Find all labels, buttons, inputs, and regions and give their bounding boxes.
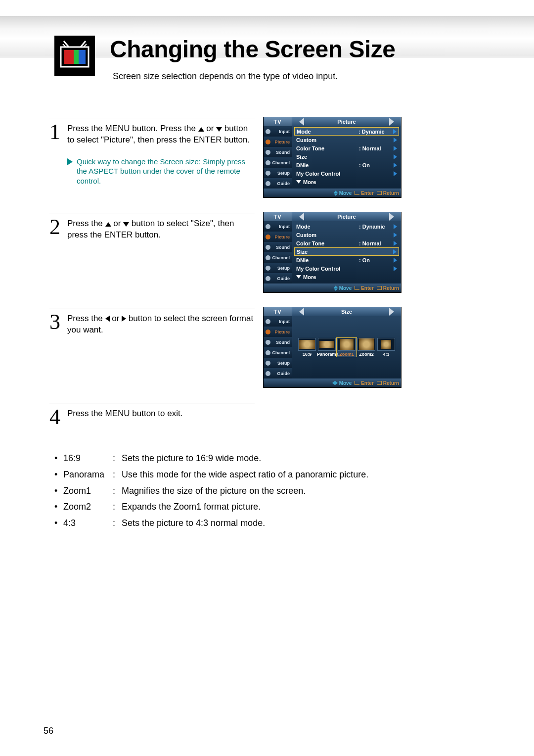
osd-screenshot-1: TV Picture Input Picture Sound Channel S… xyxy=(263,117,401,198)
osd-side-sound: Sound xyxy=(264,147,292,157)
osd-row-colortone: Color Tone: Normal xyxy=(294,144,399,152)
chevron-right-icon xyxy=(394,146,397,151)
bullet-zoom1: •Zoom1:Magnifies the size of the picture… xyxy=(54,484,440,498)
size-option-zoom2: Zoom2 xyxy=(356,338,376,357)
down-triangle-icon xyxy=(296,275,301,279)
osd-row-dnie: DNIe: On xyxy=(294,161,399,169)
osd-side-channel: Channel xyxy=(264,157,292,168)
osd-source-label: TV xyxy=(264,212,292,221)
osd-side-guide: Guide xyxy=(264,368,292,378)
bullet-panorama: •Panorama:Use this mode for the wide asp… xyxy=(54,468,440,482)
tv-icon xyxy=(54,36,95,76)
step-1-tip: Quick way to change the Screen size: Sim… xyxy=(77,157,255,186)
svg-rect-3 xyxy=(79,50,86,64)
chevron-right-icon xyxy=(393,129,397,134)
step-4-number: 4 xyxy=(49,407,67,427)
tip-arrow-icon xyxy=(67,158,73,165)
enter-icon xyxy=(355,381,359,385)
return-icon xyxy=(377,191,382,195)
osd-side-picture: Picture xyxy=(264,327,292,337)
page-number: 56 xyxy=(44,726,53,736)
step-4: 4 Press the MENU button to exit. xyxy=(49,404,255,427)
step-1: 1 Press the MENU button. Press the or bu… xyxy=(49,119,255,186)
down-triangle-icon xyxy=(123,222,129,227)
osd-side-setup: Setup xyxy=(264,263,292,273)
size-option-16-9: 16:9 xyxy=(297,338,317,357)
step-3-number: 3 xyxy=(49,312,67,336)
osd-side-setup: Setup xyxy=(264,358,292,368)
osd-side-sound: Sound xyxy=(264,242,292,252)
step-2-number: 2 xyxy=(49,217,67,241)
chevron-right-icon xyxy=(394,224,397,229)
osd-row-mode: Mode: Dynamic xyxy=(294,127,399,136)
osd-side-channel: Channel xyxy=(264,347,292,358)
osd-side-picture: Picture xyxy=(264,232,292,242)
osd-row-more: More xyxy=(294,178,399,186)
osd-row-size: Size xyxy=(294,247,399,256)
osd-size-options: 16:9 Panorama Zoom1 Zoom2 4:3 xyxy=(292,316,401,378)
bullet-16-9: •16:9:Sets the picture to 16:9 wide mode… xyxy=(54,451,440,466)
osd-sidebar: Input Picture Sound Channel Setup Guide xyxy=(264,221,292,284)
chevron-right-icon xyxy=(394,233,397,237)
osd-side-picture: Picture xyxy=(264,137,292,147)
nav-updown-icon xyxy=(334,190,338,196)
osd-screenshot-2: TV Picture Input Picture Sound Channel S… xyxy=(263,212,401,293)
page-subtitle: Screen size selection depends on the typ… xyxy=(113,71,338,82)
up-triangle-icon xyxy=(198,127,204,132)
osd-row-mode: Mode: Dynamic xyxy=(294,222,399,231)
osd-row-dnie: DNIe: On xyxy=(294,256,399,264)
return-icon xyxy=(377,381,382,385)
osd-side-channel: Channel xyxy=(264,252,292,263)
step-3: 3 Press the or button to select the scre… xyxy=(49,309,255,336)
nav-updown-icon xyxy=(334,285,338,291)
step-4-text: Press the MENU button to exit. xyxy=(67,407,182,427)
chevron-right-icon xyxy=(394,163,397,168)
step-2-text: Press the or button to select "Size", th… xyxy=(67,217,255,241)
down-triangle-icon xyxy=(216,127,222,132)
step-1-number: 1 xyxy=(49,122,67,146)
osd-row-mycolor: My Color Control xyxy=(294,264,399,273)
osd-sidebar: Input Picture Sound Channel Setup Guide xyxy=(264,316,292,378)
enter-icon xyxy=(355,286,359,290)
step-1-text: Press the MENU button. Press the or butt… xyxy=(67,122,255,146)
left-triangle-icon xyxy=(105,316,110,322)
osd-title: Picture xyxy=(337,119,356,125)
chevron-right-icon xyxy=(394,241,397,246)
osd-row-custom: Custom xyxy=(294,136,399,144)
osd-side-guide: Guide xyxy=(264,273,292,284)
osd-source-label: TV xyxy=(264,307,292,316)
osd-sidebar: Input Picture Sound Channel Setup Guide xyxy=(264,126,292,189)
chevron-right-icon xyxy=(394,266,397,271)
down-triangle-icon xyxy=(296,180,301,184)
enter-icon xyxy=(355,191,359,195)
osd-row-mycolor: My Color Control xyxy=(294,169,399,178)
size-descriptions: •16:9:Sets the picture to 16:9 wide mode… xyxy=(54,451,440,532)
step-3-text: Press the or button to select the screen… xyxy=(67,312,255,336)
osd-row-size: Size xyxy=(294,152,399,161)
size-option-4-3: 4:3 xyxy=(376,338,396,357)
svg-rect-2 xyxy=(74,50,79,64)
osd-row-custom: Custom xyxy=(294,231,399,239)
osd-side-input: Input xyxy=(264,221,292,232)
osd-side-input: Input xyxy=(264,126,292,137)
osd-title: Picture xyxy=(337,214,356,220)
osd-side-input: Input xyxy=(264,316,292,327)
up-triangle-icon xyxy=(105,222,111,227)
bullet-zoom2: •Zoom2:Expands the Zoom1 format picture. xyxy=(54,500,440,514)
osd-title: Size xyxy=(341,309,352,315)
osd-side-sound: Sound xyxy=(264,337,292,347)
osd-row-more: More xyxy=(294,273,399,281)
page-title: Changing the Screen Size xyxy=(110,36,395,63)
osd-source-label: TV xyxy=(264,117,292,126)
return-icon xyxy=(377,286,382,290)
chevron-right-icon xyxy=(394,138,397,142)
size-option-panorama: Panorama xyxy=(317,338,337,357)
chevron-right-icon xyxy=(394,258,397,263)
svg-rect-1 xyxy=(64,50,74,64)
step-2: 2 Press the or button to select "Size", … xyxy=(49,214,255,241)
size-option-zoom1: Zoom1 xyxy=(337,338,356,357)
chevron-right-icon xyxy=(393,249,397,254)
bullet-4-3: •4:3:Sets the picture to 4:3 normal mode… xyxy=(54,516,440,530)
nav-leftright-icon xyxy=(332,381,338,385)
osd-side-setup: Setup xyxy=(264,168,292,178)
